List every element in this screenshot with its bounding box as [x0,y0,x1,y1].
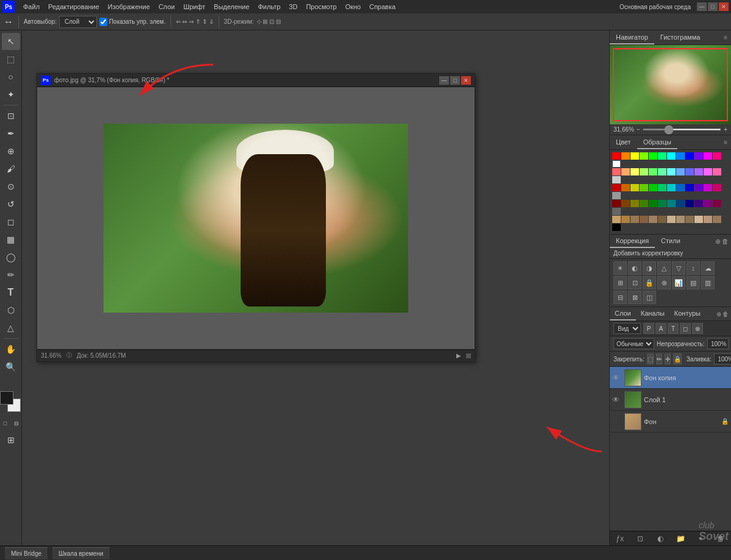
swatch[interactable] [640,216,648,223]
tool-pen[interactable]: ✏ [2,266,20,283]
navigator-preview[interactable] [610,45,731,124]
quick-mask[interactable]: ⊟ [12,419,21,428]
swatch[interactable] [630,152,639,160]
app-minimize-button[interactable]: — [697,2,707,11]
layer-adjustment-button[interactable]: ◐ [654,533,666,544]
layers-filter-select[interactable]: Вид [613,323,641,334]
swatch[interactable] [640,168,648,175]
tab-channels[interactable]: Каналы [636,307,669,321]
swatch[interactable] [649,168,657,175]
lock-pixels-btn[interactable]: ✏ [656,353,662,364]
tab-swatches[interactable]: Образцы [637,136,677,149]
swatch[interactable] [704,184,712,191]
app-maximize-button[interactable]: □ [708,2,718,11]
swatch[interactable] [713,184,721,191]
swatch[interactable] [694,168,703,175]
layer-visibility-sloy-1[interactable]: 👁 [612,395,622,404]
swatch[interactable] [630,216,639,223]
adj-pattern[interactable]: ◫ [643,291,656,304]
swatch[interactable] [667,168,676,175]
swatch[interactable] [658,184,666,191]
tool-gradient[interactable]: ▦ [2,231,20,248]
swatch[interactable] [649,152,657,160]
filter-pixel-btn[interactable]: P [643,323,654,334]
fill-input[interactable] [714,353,731,364]
swatch[interactable] [667,152,676,160]
filter-adj-btn[interactable]: A [655,323,666,334]
swatch[interactable] [612,216,621,223]
swatch[interactable] [649,200,657,207]
swatch[interactable] [612,224,621,231]
tab-histogram[interactable]: Гистограмма [654,31,707,44]
mini-bridge-tab[interactable]: Mini Bridge [5,547,48,559]
tool-dodge[interactable]: ◯ [2,249,20,266]
tab-navigator[interactable]: Навигатор [610,31,654,44]
swatch[interactable] [612,176,621,183]
tool-brush[interactable]: 🖌 [2,160,20,177]
tool-move[interactable]: ↖ [2,33,20,50]
color-collapse[interactable]: ≡ [720,139,731,146]
screen-mode[interactable]: ⊞ [2,431,20,448]
opacity-input[interactable] [707,338,729,349]
swatch[interactable] [658,152,666,160]
menu-edit[interactable]: Редактирование [44,2,103,12]
swatch[interactable] [694,152,703,160]
app-close-button[interactable]: ✕ [719,2,729,11]
swatch[interactable] [676,216,685,223]
layers-trash-icon[interactable]: 🗑 [722,311,729,317]
adj-gradient[interactable]: ⊠ [628,291,641,304]
swatch[interactable] [612,192,621,199]
adj-solid-color[interactable]: ⊟ [613,291,627,304]
swatch[interactable] [621,200,630,207]
color-picker[interactable] [0,391,22,416]
menu-select[interactable]: Выделение [210,2,253,12]
tab-corrections[interactable]: Коррекция [610,235,655,248]
layer-item-fon-kopiya[interactable]: 👁 Фон копия [610,367,731,389]
tool-heal[interactable]: ⊕ [2,143,20,160]
adj-channel-mix[interactable]: ⊡ [628,276,641,289]
tool-crop[interactable]: ⊡ [2,107,20,124]
tool-zoom[interactable]: 🔍 [2,358,20,375]
swatch[interactable] [621,168,630,175]
document-canvas[interactable] [37,87,475,349]
tool-eyedropper[interactable]: ✒ [2,125,20,142]
swatch[interactable] [713,168,721,175]
menu-image[interactable]: Изображение [104,2,154,12]
swatch[interactable] [649,216,657,223]
menu-help[interactable]: Справка [366,2,399,12]
tool-hand[interactable]: ✋ [2,341,20,358]
tool-eraser[interactable]: ◻ [2,213,20,230]
filter-type-btn[interactable]: T [668,323,679,334]
swatch[interactable] [612,168,621,175]
swatch[interactable] [640,200,648,207]
navigator-collapse[interactable]: ≡ [720,34,731,41]
menu-3d[interactable]: 3D [285,2,301,12]
tab-paths[interactable]: Контуры [669,307,705,321]
swatch[interactable] [685,216,694,223]
filter-smart-btn[interactable]: ⊕ [692,323,703,334]
show-controls-checkbox[interactable] [99,16,107,28]
adj-threshold[interactable]: 📊 [672,276,685,289]
adj-brightness[interactable]: ☀ [613,261,627,275]
swatch[interactable] [704,216,712,223]
layers-add-icon[interactable]: ⊕ [716,311,721,317]
swatch[interactable] [704,152,712,160]
swatch[interactable] [630,168,639,175]
layer-group-button[interactable]: 📁 [674,533,687,544]
adj-add-icon[interactable]: ⊕ [715,238,721,246]
swatch[interactable] [612,208,621,215]
swatch[interactable] [685,168,694,175]
swatch[interactable] [685,200,694,207]
lock-position-btn[interactable]: ✛ [665,353,671,364]
swatch[interactable] [676,200,685,207]
swatch[interactable] [621,216,630,223]
autoselect-select[interactable]: Слой Группа [59,16,97,28]
swatch[interactable] [612,200,621,207]
doc-close-button[interactable]: ✕ [461,76,471,85]
layer-item-sloy-1[interactable]: 👁 Слой 1 [610,389,731,411]
tool-history[interactable]: ↺ [2,196,20,213]
layer-fx-button[interactable]: ƒx [614,533,626,544]
menu-layers[interactable]: Слои [155,2,178,12]
swatch[interactable] [667,184,676,191]
adj-photo-filter[interactable]: ⊞ [613,276,627,289]
